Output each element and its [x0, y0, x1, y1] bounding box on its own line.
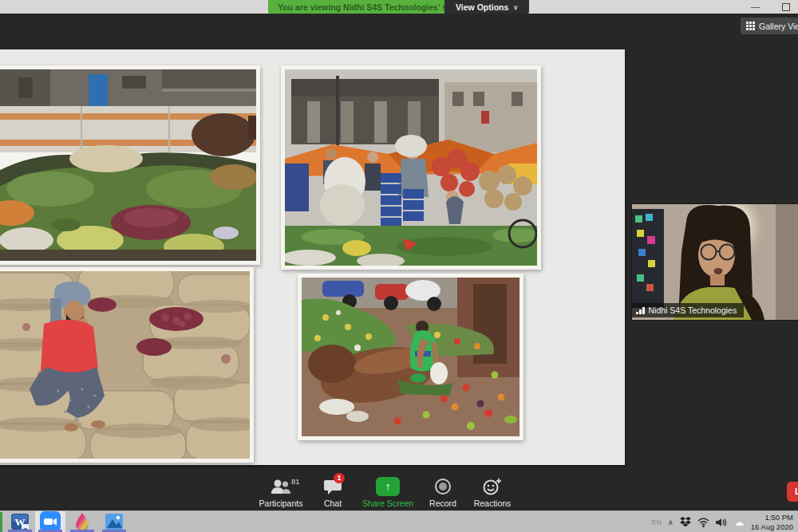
meeting-toolbar: 81 Participants 1 Chat ↑ Share Screen — [0, 472, 798, 510]
taskbar-photos-button[interactable] — [99, 511, 129, 532]
taskbar-clock[interactable]: 1:50 PM 16 Aug 2020 — [751, 513, 796, 531]
language-indicator[interactable]: EN — [652, 518, 662, 526]
photo-vegetable-waste-heap-with-cow — [0, 65, 260, 265]
share-screen-icon: ↑ — [376, 477, 400, 496]
participant-video-tile[interactable]: Nidhi S4S Technologies — [631, 203, 798, 321]
dropbox-icon[interactable] — [680, 517, 691, 527]
leave-button[interactable]: Leave — [787, 482, 798, 502]
wifi-icon[interactable] — [697, 518, 709, 527]
photo-man-on-onion-sacks-phone — [0, 267, 254, 463]
meeting-area: Gallery View — [0, 14, 798, 510]
restore-icon[interactable] — [782, 3, 790, 12]
taskbar-word-button[interactable]: W — [5, 511, 35, 532]
shared-screen-slide — [0, 49, 625, 465]
tray-chevron-up-icon[interactable]: ∧ — [668, 518, 674, 526]
minimize-icon[interactable]: — — [751, 2, 760, 11]
taskbar-zoom-button[interactable] — [35, 511, 65, 532]
desktop-edge — [0, 512, 2, 532]
reactions-button[interactable]: Reactions — [456, 477, 528, 508]
tray-date: 16 Aug 2020 — [751, 522, 793, 532]
paint3d-drop-icon — [73, 512, 91, 531]
photos-app-icon — [105, 513, 124, 530]
gallery-view-button[interactable]: Gallery View — [741, 18, 798, 34]
chevron-down-icon: ∨ — [513, 4, 518, 11]
word-icon: W — [10, 513, 30, 530]
photo-wholesale-vegetable-market — [281, 65, 541, 270]
windows-taskbar: W — [0, 510, 798, 532]
screen-share-banner-text: You are viewing Nidhi S4S Technologies' … — [278, 2, 469, 12]
gallery-grid-icon — [746, 22, 755, 30]
onedrive-cloud-icon[interactable]: ☁ — [734, 516, 745, 528]
view-options-button[interactable]: View Options ∨ — [444, 0, 529, 14]
signal-bars-icon — [636, 307, 645, 314]
tray-time: 1:50 PM — [751, 513, 793, 522]
reactions-smiley-icon — [483, 478, 502, 495]
participants-icon — [271, 479, 291, 495]
zoom-app-window: — You are viewing Nidhi S4S Technologies… — [0, 0, 798, 532]
speaker-icon[interactable] — [716, 518, 728, 527]
record-icon — [434, 478, 452, 495]
system-tray: EN ∧ — [652, 511, 796, 532]
chat-unread-badge: 1 — [334, 473, 345, 483]
photo-woman-collecting-discarded-vegetables — [298, 274, 523, 440]
participant-name-label: Nidhi S4S Technologies — [632, 303, 744, 317]
taskbar-paint3d-button[interactable] — [67, 511, 97, 532]
